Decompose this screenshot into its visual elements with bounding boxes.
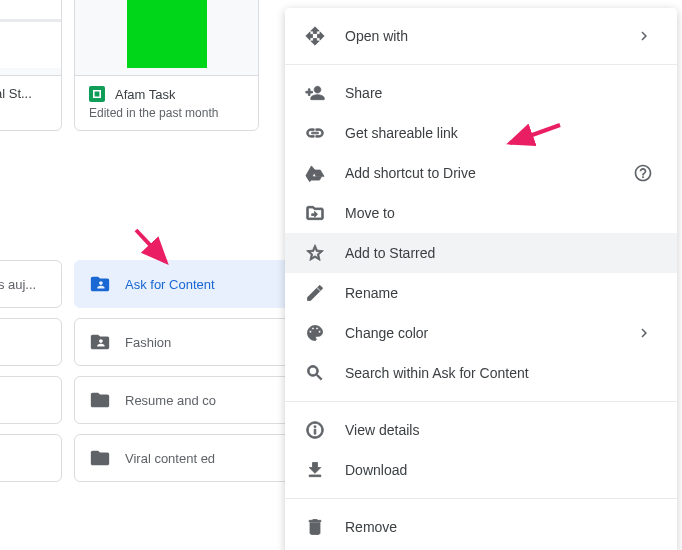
folder-card[interactable]: is auj...: [0, 260, 62, 308]
menu-label: Rename: [345, 285, 398, 301]
menu-divider: [285, 64, 677, 65]
info-icon: [305, 420, 325, 440]
menu-rename[interactable]: Rename: [285, 273, 677, 313]
sheets-icon: [89, 86, 105, 102]
folder-card[interactable]: [0, 318, 62, 366]
menu-label: Search within Ask for Content: [345, 365, 529, 381]
menu-label: Remove: [345, 519, 397, 535]
menu-add-shortcut[interactable]: Add shortcut to Drive: [285, 153, 677, 193]
folder-shared-icon: [89, 331, 111, 353]
folder-name: Resume and co: [125, 393, 216, 408]
download-icon: [305, 460, 325, 480]
search-icon: [305, 363, 325, 383]
menu-move-to[interactable]: Move to: [285, 193, 677, 233]
help-icon[interactable]: [633, 163, 653, 183]
file-card[interactable]: al St...: [0, 0, 62, 131]
file-name: al St...: [0, 86, 32, 101]
file-card[interactable]: Afam Task Edited in the past month: [74, 0, 259, 131]
menu-label: Open with: [345, 28, 408, 44]
menu-divider: [285, 401, 677, 402]
link-icon: [305, 123, 325, 143]
folder-icon: [89, 389, 111, 411]
menu-divider: [285, 498, 677, 499]
rename-icon: [305, 283, 325, 303]
star-icon: [305, 243, 325, 263]
menu-label: Move to: [345, 205, 395, 221]
file-thumbnail: [75, 0, 258, 76]
chevron-right-icon: [635, 27, 653, 45]
drive-icon: [305, 163, 325, 183]
trash-icon: [305, 517, 325, 537]
menu-get-link[interactable]: Get shareable link: [285, 113, 677, 153]
menu-label: Get shareable link: [345, 125, 458, 141]
share-icon: [305, 83, 325, 103]
menu-search-within[interactable]: Search within Ask for Content: [285, 353, 677, 393]
menu-label: Change color: [345, 325, 428, 341]
file-thumbnail: [0, 0, 61, 76]
menu-open-with[interactable]: Open with: [285, 16, 677, 56]
context-menu: Open with Share Get shareable link Add s…: [285, 8, 677, 550]
folder-name: is auj...: [0, 277, 36, 292]
menu-label: Share: [345, 85, 382, 101]
folder-name: Ask for Content: [125, 277, 215, 292]
menu-download[interactable]: Download: [285, 450, 677, 490]
chevron-right-icon: [635, 324, 653, 342]
menu-view-details[interactable]: View details: [285, 410, 677, 450]
move-icon: [305, 203, 325, 223]
folder-card[interactable]: [0, 376, 62, 424]
svg-line-1: [136, 230, 166, 262]
folder-name: Viral content ed: [125, 451, 215, 466]
menu-label: View details: [345, 422, 419, 438]
file-name: Afam Task: [115, 87, 175, 102]
menu-share[interactable]: Share: [285, 73, 677, 113]
menu-remove[interactable]: Remove: [285, 507, 677, 547]
open-with-icon: [305, 26, 325, 46]
menu-label: Add shortcut to Drive: [345, 165, 476, 181]
menu-add-starred[interactable]: Add to Starred: [285, 233, 677, 273]
menu-label: Download: [345, 462, 407, 478]
menu-label: Add to Starred: [345, 245, 435, 261]
folder-icon: [89, 447, 111, 469]
folder-name: Fashion: [125, 335, 171, 350]
folder-card[interactable]: [0, 434, 62, 482]
file-subtitle: Edited in the past month: [89, 106, 244, 120]
palette-icon: [305, 323, 325, 343]
menu-change-color[interactable]: Change color: [285, 313, 677, 353]
folder-shared-icon: [89, 273, 111, 295]
